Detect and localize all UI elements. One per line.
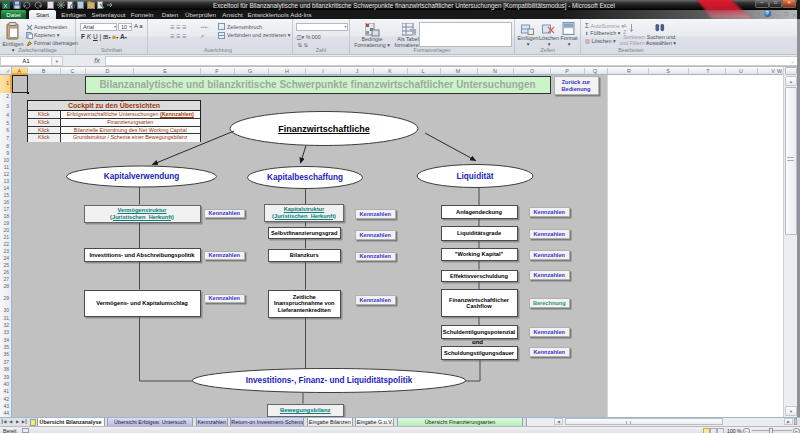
svg-text:X: X <box>4 3 8 9</box>
